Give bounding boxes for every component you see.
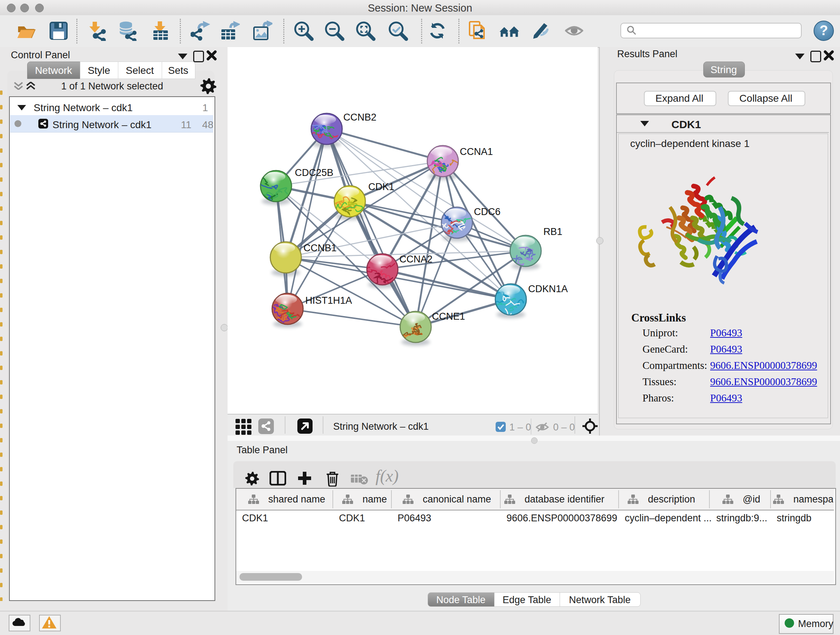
- svg-text:CDKN1A: CDKN1A: [528, 283, 568, 295]
- svg-text:CCNA1: CCNA1: [460, 146, 493, 157]
- svg-text:CCNB1: CCNB1: [303, 242, 337, 253]
- svg-text:HIST1H1A: HIST1H1A: [305, 295, 352, 306]
- svg-text:CCNA2: CCNA2: [399, 254, 433, 264]
- svg-text:CCNE1: CCNE1: [432, 311, 465, 322]
- svg-text:?: ?: [819, 23, 828, 38]
- svg-text:CDC6: CDC6: [474, 206, 501, 217]
- svg-text:CDK1: CDK1: [368, 181, 394, 192]
- svg-text:CCNB2: CCNB2: [343, 112, 377, 123]
- svg-text:CDC25B: CDC25B: [295, 167, 333, 178]
- svg-text:RB1: RB1: [543, 226, 562, 237]
